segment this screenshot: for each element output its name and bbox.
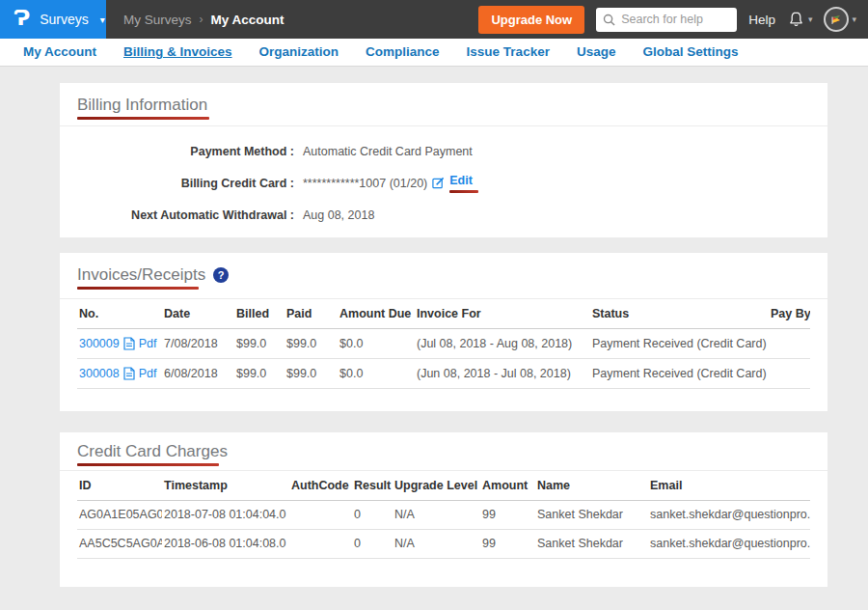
help-icon[interactable]: ? <box>213 267 229 283</box>
pdf-icon <box>123 337 135 350</box>
column-header-invoice-for: Invoice For <box>415 299 590 328</box>
column-header-amount: Amount <box>480 471 535 500</box>
invoice-pay-by <box>769 358 810 388</box>
pdf-icon <box>123 367 135 380</box>
payment-method-label: Payment Method : <box>60 145 294 158</box>
charges-table: IDTimestampAuthCodeResultUpgrade LevelAm… <box>77 471 810 559</box>
column-header-pay-by: Pay By <box>769 299 810 328</box>
tab-billing-invoices[interactable]: Billing & Invoices <box>110 39 246 66</box>
invoice-date: 7/08/2018 <box>162 328 234 358</box>
invoice-status: Payment Received (Credit Card) <box>590 358 769 388</box>
column-header-status: Status <box>590 299 769 328</box>
credit-card-charges-panel: Credit Card Charges IDTimestampAuthCodeR… <box>60 432 827 587</box>
help-search <box>596 8 737 32</box>
charge-authcode <box>289 500 352 529</box>
invoice-pdf-link[interactable]: Pdf <box>139 337 157 350</box>
tab-my-account[interactable]: My Account <box>10 39 110 66</box>
invoice-row: 300009 Pdf7/08/2018$99.0$99.0$0.0(Jul 08… <box>77 328 810 358</box>
charge-name: Sanket Shekdar <box>535 500 648 529</box>
tab-issue-tracker[interactable]: Issue Tracker <box>453 39 563 66</box>
search-icon <box>603 14 615 26</box>
charge-timestamp: 2018-07-08 01:04:04.0 <box>162 500 289 529</box>
charge-id: AA5C5C5AG0A <box>77 529 162 558</box>
next-withdrawal-label: Next Automatic Withdrawal : <box>60 208 294 222</box>
column-header-id: ID <box>77 471 162 500</box>
breadcrumb-current: My Account <box>211 13 285 27</box>
product-name: Surveys <box>40 12 89 27</box>
column-header-authcode: AuthCode <box>289 471 352 500</box>
column-header-billed: Billed <box>234 299 285 328</box>
annotation-underline <box>77 463 219 466</box>
tab-usage[interactable]: Usage <box>563 39 630 66</box>
breadcrumb-parent[interactable]: My Surveys <box>123 13 192 27</box>
annotation-underline <box>77 287 199 290</box>
annotation-underline <box>449 190 478 193</box>
edit-credit-card-link[interactable]: Edit <box>449 174 473 187</box>
account-menu-button[interactable]: ▾ <box>824 7 856 32</box>
charge-row: AA5C5C5AG0A2018-06-08 01:04:08.00N/A99Sa… <box>77 529 810 558</box>
invoices-receipts-panel: Invoices/Receipts ? No.DateBilledPaidAmo… <box>60 253 827 411</box>
next-withdrawal-value: Aug 08, 2018 <box>303 208 374 222</box>
invoice-pdf-link[interactable]: Pdf <box>139 367 157 380</box>
invoice-amount-due: $0.0 <box>338 328 415 358</box>
invoice-for: (Jul 08, 2018 - Aug 08, 2018) <box>415 328 590 358</box>
invoice-billed: $99.0 <box>234 328 285 358</box>
charge-name: Sanket Shekdar <box>535 529 648 558</box>
notifications-button[interactable]: ▾ <box>787 10 813 29</box>
column-header-email: Email <box>648 471 810 500</box>
column-header-name: Name <box>535 471 648 500</box>
payment-method-value: Automatic Credit Card Payment <box>303 145 473 158</box>
chevron-down-icon: ▾ <box>852 14 856 24</box>
product-switcher[interactable]: Ɂ Surveys ▾ <box>0 0 106 39</box>
charge-amount: 99 <box>480 529 535 558</box>
charge-email: sanket.shekdar@questionpro.com <box>648 500 810 529</box>
column-header-upgrade-level: Upgrade Level <box>393 471 480 500</box>
invoice-for: (Jun 08, 2018 - Jul 08, 2018) <box>415 358 590 388</box>
charge-amount: 99 <box>480 500 535 529</box>
billing-credit-card-label: Billing Credit Card : <box>60 177 294 190</box>
invoice-status: Payment Received (Credit Card) <box>590 328 769 358</box>
invoice-amount-due: $0.0 <box>338 358 415 388</box>
charge-upgrade-level: N/A <box>393 529 480 558</box>
page-body: Billing Information Payment Method : Aut… <box>0 68 868 610</box>
invoice-number-link[interactable]: 300009 <box>79 337 120 350</box>
billing-credit-card-value: ************1007 (01/20) <box>303 177 427 190</box>
avatar-logo-icon <box>829 13 843 26</box>
charge-upgrade-level: N/A <box>393 500 480 529</box>
search-input[interactable] <box>596 8 737 32</box>
invoice-number-link[interactable]: 300008 <box>79 367 120 380</box>
tab-global-settings[interactable]: Global Settings <box>629 39 751 66</box>
avatar <box>824 7 849 32</box>
account-nav-tabs: My AccountBilling & InvoicesOrganization… <box>0 39 868 67</box>
payment-method-row: Payment Method : Automatic Credit Card P… <box>60 135 827 167</box>
column-header-result: Result <box>352 471 393 500</box>
invoice-paid: $99.0 <box>285 358 338 388</box>
column-header-date: Date <box>162 299 234 328</box>
column-header-no: No. <box>77 299 162 328</box>
charge-result: 0 <box>352 500 393 529</box>
help-link[interactable]: Help <box>748 13 775 27</box>
charge-result: 0 <box>352 529 393 558</box>
billing-information-panel: Billing Information Payment Method : Aut… <box>60 83 827 237</box>
upgrade-now-button[interactable]: Upgrade Now <box>478 6 584 34</box>
questionpro-logo-icon: Ɂ <box>14 8 30 29</box>
breadcrumb-separator-icon: › <box>200 13 203 26</box>
column-header-amount-due: Amount Due <box>338 299 415 328</box>
tab-compliance[interactable]: Compliance <box>352 39 453 66</box>
billing-information-title: Billing Information <box>77 96 209 115</box>
invoice-billed: $99.0 <box>234 358 285 388</box>
edit-icon <box>432 177 445 189</box>
charge-id: AG0A1E05AG0A <box>77 500 162 529</box>
invoice-date: 6/08/2018 <box>162 358 234 388</box>
charge-row: AG0A1E05AG0A2018-07-08 01:04:04.00N/A99S… <box>77 500 810 529</box>
invoice-row: 300008 Pdf6/08/2018$99.0$99.0$0.0(Jun 08… <box>77 358 810 388</box>
breadcrumb: My Surveys › My Account <box>123 13 285 27</box>
tab-organization[interactable]: Organization <box>246 39 353 66</box>
invoices-receipts-title: Invoices/Receipts <box>77 265 205 285</box>
chevron-down-icon: ▾ <box>100 14 105 25</box>
chevron-down-icon: ▾ <box>808 14 813 24</box>
charges-header-row: IDTimestampAuthCodeResultUpgrade LevelAm… <box>77 471 810 500</box>
annotation-underline <box>77 117 209 120</box>
charge-authcode <box>289 529 352 558</box>
billing-credit-card-row: Billing Credit Card : ************1007 (… <box>60 167 827 199</box>
